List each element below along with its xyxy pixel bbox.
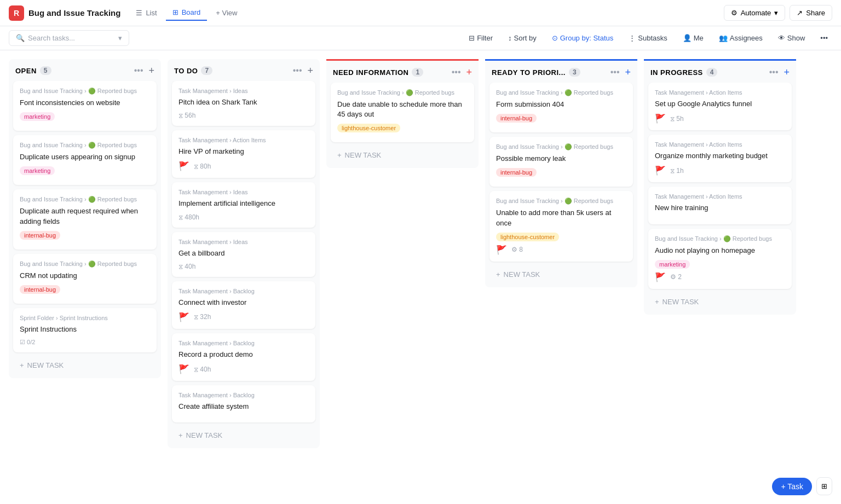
new-task-button[interactable]: + NEW TASK (331, 147, 474, 164)
tab-view[interactable]: + View (209, 5, 244, 20)
card-breadcrumb: Bug and Issue Tracking › 🟢 Reported bugs (20, 260, 150, 268)
task-card[interactable]: Task Management › Ideas Get a billboard … (172, 232, 315, 277)
add-task-button[interactable]: + Task (772, 478, 812, 495)
task-card[interactable]: Task Management › Action Items New hire … (648, 187, 792, 224)
new-task-button[interactable]: + NEW TASK (13, 357, 157, 374)
card-breadcrumb: Bug and Issue Tracking › 🟢 Reported bugs (496, 198, 626, 205)
flag-blue-icon: 🚩 (655, 272, 666, 282)
column-menu-button[interactable]: ••• (450, 66, 463, 78)
sort-button[interactable]: ↕ Sort by (504, 32, 541, 44)
task-card[interactable]: Task Management › Backlog Record a produ… (172, 333, 315, 381)
time-estimate: ⧖ 80h (194, 163, 211, 170)
card-title: CRM not updating (20, 271, 150, 281)
user-count: ⚙ 2 (670, 273, 682, 281)
me-button[interactable]: 👤 Me (678, 32, 708, 44)
time-estimate: ⧖ 32h (194, 313, 211, 321)
grid-icon: ⊞ (821, 482, 827, 490)
task-card[interactable]: Bug and Issue Tracking › 🟢 Reported bugs… (13, 254, 157, 304)
column-menu-button[interactable]: ••• (291, 65, 304, 77)
card-tags: lighthouse-customer (496, 233, 626, 241)
subtasks-button[interactable]: ⋮ Subtasks (624, 32, 671, 44)
task-card[interactable]: Bug and Issue Tracking › 🟢 Reported bugs… (331, 83, 474, 142)
task-card[interactable]: Task Management › Ideas Implement artifi… (172, 182, 315, 227)
task-card[interactable]: Task Management › Ideas Pitch idea on Sh… (172, 81, 315, 126)
task-card[interactable]: Sprint Folder › Sprint Instructions Spri… (13, 308, 157, 352)
task-card[interactable]: Bug and Issue Tracking › 🟢 Reported bugs… (13, 81, 157, 131)
task-card[interactable]: Task Management › Backlog Create affilia… (172, 385, 315, 422)
card-tags: lighthouse-customer (337, 124, 468, 132)
task-card[interactable]: Task Management › Action Items Organize … (648, 135, 792, 182)
toolbar: 🔍 Search tasks... ▾ ⊟ Filter ↕ Sort by ⊙… (0, 26, 841, 50)
task-card[interactable]: Bug and Issue Tracking › 🟢 Reported bugs… (489, 191, 633, 261)
new-task-button[interactable]: + NEW TASK (172, 427, 315, 444)
column-header: OPEN 5 ••• + (9, 59, 161, 81)
task-card[interactable]: Bug and Issue Tracking › 🟢 Reported bugs… (648, 229, 792, 289)
card-title: Implement artificial intelligence (178, 199, 309, 208)
card-tags: marketing (20, 166, 150, 175)
column-open: OPEN 5 ••• + Bug and Issue Tracking › 🟢 … (9, 59, 161, 378)
task-card[interactable]: Task Management › Action Items Hire VP o… (172, 130, 315, 178)
share-button[interactable]: ↗ Share (790, 5, 832, 21)
group-button[interactable]: ⊙ Group by: Status (548, 32, 618, 44)
show-button[interactable]: 👁 Show (774, 32, 810, 44)
task-card[interactable]: Bug and Issue Tracking › 🟢 Reported bugs… (489, 137, 633, 187)
search-icon: 🔍 (16, 34, 25, 42)
column-title: READY TO PRIORI... (492, 68, 566, 77)
card-breadcrumb: Bug and Issue Tracking › 🟢 Reported bugs (655, 235, 785, 242)
time-estimate: ⧖ 480h (178, 213, 199, 221)
tag: marketing (655, 260, 690, 269)
column-menu-button[interactable]: ••• (132, 65, 146, 77)
card-title: Possible memory leak (496, 154, 626, 164)
board-icon: ⊞ (172, 8, 178, 16)
add-card-button[interactable]: + (784, 67, 790, 78)
card-title: Pitch idea on Shark Tank (178, 97, 309, 107)
column-count: 5 (40, 66, 51, 75)
chevron-down-icon: ▾ (774, 9, 778, 17)
card-breadcrumb: Bug and Issue Tracking › 🟢 Reported bugs (20, 142, 150, 149)
task-card[interactable]: Task Management › Backlog Connect with i… (172, 281, 315, 329)
column-menu-button[interactable]: ••• (767, 66, 781, 78)
flag-red-icon: 🚩 (655, 113, 666, 124)
task-card[interactable]: Bug and Issue Tracking › 🟢 Reported bugs… (13, 189, 157, 249)
new-task-button[interactable]: + NEW TASK (648, 293, 792, 310)
card-title: Duplicate auth request required when add… (20, 206, 150, 226)
card-breadcrumb: Task Management › Action Items (655, 141, 785, 148)
new-task-button[interactable]: + NEW TASK (489, 266, 633, 283)
user-icon: 👤 (683, 34, 692, 42)
card-meta: 🚩⧖ 5h (655, 113, 785, 124)
card-meta: 🚩⚙ 8 (496, 245, 626, 255)
card-breadcrumb: Task Management › Ideas (178, 88, 309, 94)
card-title: Duplicate users appearing on signup (20, 152, 150, 162)
tab-list[interactable]: ☰ List (129, 5, 163, 20)
card-title: Font inconsistencies on website (20, 98, 150, 108)
search-box[interactable]: 🔍 Search tasks... ▾ (9, 30, 129, 46)
column-actions: ••• + (450, 66, 472, 78)
assignees-button[interactable]: 👥 Assignees (715, 32, 767, 44)
task-card[interactable]: Bug and Issue Tracking › 🟢 Reported bugs… (489, 83, 633, 132)
tag: internal-bug (20, 231, 60, 240)
automate-button[interactable]: ⚙ Automate ▾ (724, 5, 786, 21)
card-title: Audio not playing on homepage (655, 246, 785, 256)
column-count: 4 (706, 68, 718, 77)
filter-icon: ⊟ (469, 34, 475, 42)
add-card-button[interactable]: + (625, 67, 631, 78)
automate-icon: ⚙ (731, 9, 738, 17)
subtask-count: ☑ 0/2 (20, 339, 35, 346)
add-card-button[interactable]: + (466, 67, 472, 78)
add-card-button[interactable]: + (307, 65, 313, 77)
column-title: NEED INFORMATION (333, 68, 408, 77)
card-title: Form submission 404 (496, 100, 626, 109)
task-card[interactable]: Bug and Issue Tracking › 🟢 Reported bugs… (13, 135, 157, 185)
nav-tabs: ☰ List ⊞ Board + View (129, 5, 244, 21)
filter-button[interactable]: ⊟ Filter (464, 32, 497, 44)
grid-view-button[interactable]: ⊞ (816, 477, 832, 495)
task-card[interactable]: Task Management › Action Items Set up Go… (648, 83, 792, 130)
card-breadcrumb: Bug and Issue Tracking › 🟢 Reported bugs (496, 89, 626, 96)
column-title: OPEN (15, 67, 37, 75)
column-need-information: NEED INFORMATION 1 ••• + Bug and Issue T… (326, 59, 479, 168)
more-button[interactable]: ••• (816, 32, 832, 44)
column-menu-button[interactable]: ••• (608, 66, 622, 78)
card-breadcrumb: Bug and Issue Tracking › 🟢 Reported bugs (337, 89, 468, 96)
tab-board[interactable]: ⊞ Board (166, 5, 208, 21)
add-card-button[interactable]: + (148, 65, 154, 77)
